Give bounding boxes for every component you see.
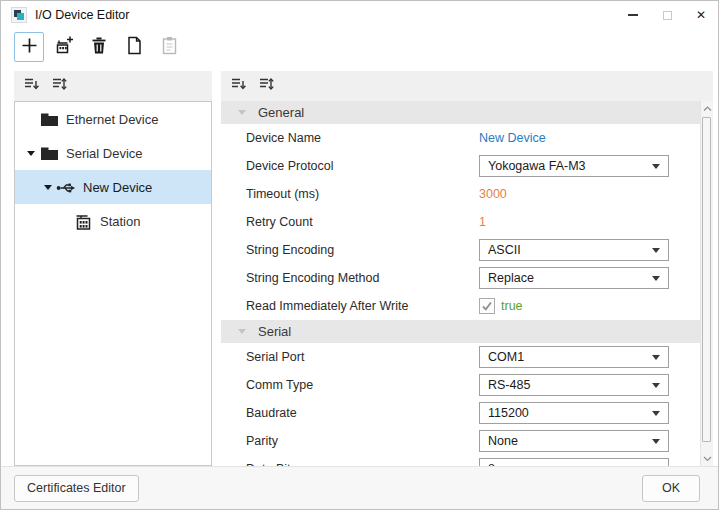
expand-arrow-icon[interactable] <box>23 151 39 156</box>
tree-item-ethernet-device[interactable]: Ethernet Device <box>15 102 211 136</box>
tree-item-label: Station <box>100 214 140 229</box>
dropdown-value: ASCII <box>488 243 521 257</box>
section-title: General <box>258 105 304 120</box>
checkbox-value-label: true <box>501 299 523 313</box>
vertical-scrollbar[interactable] <box>700 101 713 466</box>
property-label: Device Name <box>246 131 479 145</box>
read-immediately-after-write-checkbox[interactable] <box>479 298 495 314</box>
device-protocol-dropdown[interactable]: Yokogawa FA-M3 <box>479 155 669 177</box>
property-row-string-encoding: String EncodingASCII <box>221 236 700 264</box>
property-label: Read Immediately After Write <box>246 299 479 313</box>
device-name-value[interactable]: New Device <box>479 131 546 145</box>
property-row-device-name: Device NameNew Device <box>221 124 700 152</box>
dropdown-value: Yokogawa FA-M3 <box>488 159 586 173</box>
folder-icon <box>39 146 59 161</box>
tree-item-label: Ethernet Device <box>66 112 159 127</box>
device-tree: Ethernet DeviceSerial DeviceNew DeviceSt… <box>14 101 212 466</box>
footer-bar: Certificates Editor OK <box>1 466 718 509</box>
property-row-read-immediately-after-write: Read Immediately After Writetrue <box>221 292 700 320</box>
copy-button[interactable] <box>119 32 149 62</box>
collapse-all-button[interactable] <box>229 77 247 95</box>
dropdown-value: Replace <box>488 271 534 285</box>
tree-toolbar <box>14 71 212 101</box>
chevron-down-icon <box>652 248 660 253</box>
main-toolbar <box>14 32 184 64</box>
station-icon <box>73 213 93 230</box>
string-encoding-dropdown[interactable]: ASCII <box>479 239 669 261</box>
folder-icon <box>39 112 59 127</box>
property-row-device-protocol: Device ProtocolYokogawa FA-M3 <box>221 152 700 180</box>
collapse-all-icon <box>23 76 40 96</box>
tree-item-serial-device[interactable]: Serial Device <box>15 136 211 170</box>
window-title: I/O Device Editor <box>35 8 129 22</box>
close-icon: ✕ <box>696 9 706 21</box>
trash-icon <box>90 36 108 59</box>
collapse-all-icon <box>230 76 247 96</box>
property-row-baudrate: Baudrate115200 <box>221 399 700 427</box>
parity-dropdown[interactable]: None <box>479 430 669 452</box>
comm-type-dropdown[interactable]: RS-485 <box>479 374 669 396</box>
property-row-serial-port: Serial PortCOM1 <box>221 343 700 371</box>
close-button[interactable]: ✕ <box>684 1 718 29</box>
string-encoding-method-dropdown[interactable]: Replace <box>479 267 669 289</box>
property-label: Timeout (ms) <box>246 187 479 201</box>
clipboard-icon <box>161 36 178 59</box>
property-label: Device Protocol <box>246 159 479 173</box>
dropdown-value: 115200 <box>488 406 529 420</box>
chevron-down-icon <box>652 383 660 388</box>
tree-item-station[interactable]: Station <box>15 204 211 238</box>
section-header-general[interactable]: General <box>221 101 700 124</box>
delete-button[interactable] <box>84 32 114 62</box>
baudrate-dropdown[interactable]: 115200 <box>479 402 669 424</box>
property-panel: GeneralDevice NameNew DeviceDevice Proto… <box>221 101 713 466</box>
property-list: GeneralDevice NameNew DeviceDevice Proto… <box>221 101 700 466</box>
dropdown-value: None <box>488 434 518 448</box>
section-header-serial[interactable]: Serial <box>221 320 700 343</box>
chevron-down-icon <box>238 110 246 115</box>
chevron-down-icon <box>652 164 660 169</box>
chevron-down-icon <box>652 411 660 416</box>
window-controls: ✕ <box>616 1 718 29</box>
collapse-all-button[interactable] <box>22 77 40 95</box>
scrollbar-thumb[interactable] <box>702 117 711 442</box>
maximize-icon <box>663 11 672 20</box>
timeout-ms-value[interactable]: 3000 <box>479 187 507 201</box>
copy-icon <box>125 36 143 59</box>
serial-port-dropdown[interactable]: COM1 <box>479 346 669 368</box>
property-row-retry-count: Retry Count1 <box>221 208 700 236</box>
property-label: Comm Type <box>246 378 479 392</box>
ok-button[interactable]: OK <box>642 475 700 502</box>
property-label: Retry Count <box>246 215 479 229</box>
plus-icon <box>20 36 39 59</box>
tree-item-label: New Device <box>83 180 152 195</box>
tree-item-new-device[interactable]: New Device <box>15 170 211 204</box>
chevron-down-icon <box>238 329 246 334</box>
minimize-icon <box>628 14 638 16</box>
minimize-button[interactable] <box>616 1 650 29</box>
expand-all-button[interactable] <box>257 77 275 95</box>
maximize-button[interactable] <box>650 1 684 29</box>
chevron-down-icon <box>652 355 660 360</box>
expand-all-button[interactable] <box>50 77 68 95</box>
data-bits-dropdown[interactable]: 8 <box>479 458 669 466</box>
usb-device-icon <box>56 181 76 194</box>
scroll-down-icon[interactable] <box>701 451 713 466</box>
dropdown-value: RS-485 <box>488 378 530 392</box>
property-toolbar <box>221 71 713 101</box>
dropdown-value: COM1 <box>488 350 524 364</box>
property-row-data-bits: Data Bits8 <box>221 455 700 466</box>
property-row-timeout-ms: Timeout (ms)3000 <box>221 180 700 208</box>
property-label: Parity <box>246 434 479 448</box>
expand-arrow-icon[interactable] <box>40 185 56 190</box>
property-label: String Encoding Method <box>246 271 479 285</box>
scroll-up-icon[interactable] <box>701 101 713 116</box>
property-label: String Encoding <box>246 243 479 257</box>
paste-button[interactable] <box>154 32 184 62</box>
app-logo-icon <box>11 7 27 23</box>
chevron-down-icon <box>652 276 660 281</box>
property-label: Serial Port <box>246 350 479 364</box>
certificates-editor-button[interactable]: Certificates Editor <box>14 475 139 502</box>
add-device-button[interactable] <box>14 32 44 62</box>
add-station-button[interactable] <box>49 32 79 62</box>
retry-count-value[interactable]: 1 <box>479 215 486 229</box>
